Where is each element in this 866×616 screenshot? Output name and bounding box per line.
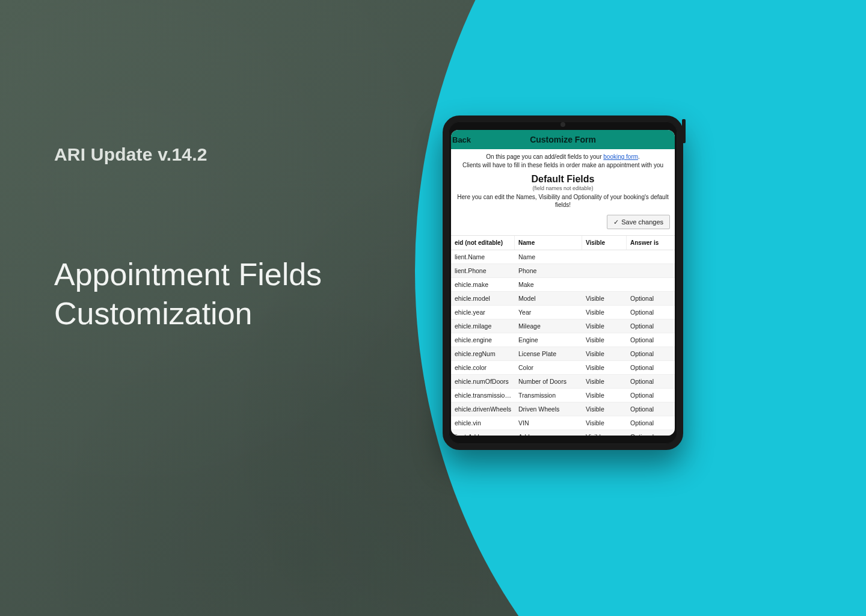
back-button-label: Back — [452, 135, 471, 144]
cell-id: ehicle.make — [451, 278, 515, 291]
cell-answer: Optional — [627, 361, 675, 374]
cell-answer: Optional — [627, 416, 675, 430]
save-button-label: Save changes — [621, 218, 663, 226]
cell-name: VIN — [515, 416, 582, 430]
cell-visible: Visible — [582, 292, 627, 305]
cell-visible: Visible — [582, 319, 627, 333]
check-icon: ✓ — [613, 219, 619, 226]
tablet-power-button — [682, 119, 686, 143]
cell-visible: Visible — [582, 402, 627, 416]
cell-visible: Visible — [582, 416, 627, 430]
table-row[interactable]: ehicle.milageMileageVisibleOptional — [451, 319, 675, 333]
cell-id: lient.Phone — [451, 264, 515, 277]
cell-id: ehicle.drivenWheels — [451, 402, 515, 416]
save-changes-button[interactable]: ✓ Save changes — [607, 215, 670, 229]
cell-answer: Optional — [627, 389, 675, 402]
back-button[interactable]: Back — [452, 130, 471, 149]
cell-name: Year — [515, 306, 582, 319]
table-row[interactable]: ehicle.yearYearVisibleOptional — [451, 306, 675, 319]
table-row[interactable]: ehicle.engineEngineVisibleOptional — [451, 333, 675, 347]
col-header-name: Name — [515, 236, 582, 250]
cell-answer: Optional — [627, 333, 675, 346]
cell-name: Address — [515, 430, 582, 436]
table-row[interactable]: lient.NameName — [451, 250, 675, 264]
intro-suffix: . — [638, 153, 640, 160]
cell-name: Color — [515, 361, 582, 374]
cell-answer: Optional — [627, 292, 675, 305]
cell-id: lient.Name — [451, 250, 515, 263]
save-row: ✓ Save changes — [451, 214, 675, 235]
cell-visible: Visible — [582, 430, 627, 436]
intro-prefix: On this page you can add/edit fields to … — [486, 153, 603, 160]
section-subtitle: (field names not editable) — [451, 185, 675, 191]
tablet-device-frame: Back Customize Form On this page you can… — [443, 116, 683, 450]
table-header: eid (not editable) Name Visible Answer i… — [451, 235, 675, 250]
cell-name: Driven Wheels — [515, 402, 582, 416]
intro-line2: Clients will have to fill in these field… — [462, 162, 663, 168]
table-row[interactable]: ehicle.makeMake — [451, 278, 675, 292]
table-row[interactable]: ehicle.drivenWheelsDriven WheelsVisibleO… — [451, 402, 675, 416]
cell-visible — [582, 268, 627, 274]
col-header-id: eid (not editable) — [451, 236, 515, 250]
fields-table: eid (not editable) Name Visible Answer i… — [451, 235, 675, 436]
cell-name: License Plate — [515, 347, 582, 360]
page-title-line2: Customization — [54, 296, 252, 331]
intro-text: On this page you can add/edit fields to … — [451, 149, 675, 171]
cell-answer: Optional — [627, 347, 675, 360]
cell-id: ehicle.milage — [451, 319, 515, 333]
cell-visible: Visible — [582, 361, 627, 374]
cell-answer: Optional — [627, 319, 675, 333]
cell-visible — [582, 282, 627, 288]
cell-answer — [627, 268, 675, 274]
cell-id: ehicle.model — [451, 292, 515, 305]
booking-form-link[interactable]: booking form — [603, 153, 638, 160]
page-subtitle: ARI Update v.14.2 — [54, 144, 322, 165]
cell-id: ehicle.color — [451, 361, 515, 374]
cell-name: Transmission — [515, 389, 582, 402]
cell-name: Make — [515, 278, 582, 291]
cell-id: ehicle.year — [451, 306, 515, 319]
cell-name: Mileage — [515, 319, 582, 333]
page-title-line1: Appointment Fields — [54, 257, 322, 292]
cell-answer — [627, 282, 675, 288]
table-row[interactable]: ehicle.modelModelVisibleOptional — [451, 292, 675, 306]
cell-answer: Optional — [627, 306, 675, 319]
table-row[interactable]: ehicle.vinVINVisibleOptional — [451, 416, 675, 430]
cell-name: Name — [515, 250, 582, 263]
cell-answer — [627, 254, 675, 260]
cell-id: ehicle.transmission... — [451, 389, 515, 402]
cell-id: ehicle.vin — [451, 416, 515, 430]
cell-name: Engine — [515, 333, 582, 346]
cell-id: lient.Address — [451, 430, 515, 436]
cell-answer: Optional — [627, 430, 675, 436]
tablet-screen: Back Customize Form On this page you can… — [451, 130, 675, 436]
table-row[interactable]: ehicle.regNumLicense PlateVisibleOptiona… — [451, 347, 675, 361]
cell-name: Model — [515, 292, 582, 305]
section-title: Default Fields — [451, 174, 675, 185]
cell-id: ehicle.regNum — [451, 347, 515, 360]
table-row[interactable]: lient.PhonePhone — [451, 264, 675, 278]
col-header-visible: Visible — [582, 236, 627, 250]
cell-name: Phone — [515, 264, 582, 277]
cell-id: ehicle.numOfDoors — [451, 375, 515, 388]
table-body: lient.NameNamelient.PhonePhoneehicle.mak… — [451, 250, 675, 436]
cell-id: ehicle.engine — [451, 333, 515, 346]
cell-visible: Visible — [582, 347, 627, 360]
cell-answer: Optional — [627, 375, 675, 388]
table-row[interactable]: ehicle.transmission...TransmissionVisibl… — [451, 389, 675, 402]
col-header-answer: Answer is — [627, 236, 675, 250]
cell-visible: Visible — [582, 333, 627, 346]
table-row[interactable]: lient.AddressAddressVisibleOptional — [451, 430, 675, 436]
cell-answer: Optional — [627, 402, 675, 416]
app-header: Back Customize Form — [451, 130, 675, 149]
table-row[interactable]: ehicle.numOfDoorsNumber of DoorsVisibleO… — [451, 375, 675, 389]
app-header-title: Customize Form — [530, 135, 596, 144]
cell-visible: Visible — [582, 375, 627, 388]
cell-visible: Visible — [582, 389, 627, 402]
page-title: Appointment Fields Customization — [54, 255, 322, 333]
table-row[interactable]: ehicle.colorColorVisibleOptional — [451, 361, 675, 375]
cell-name: Number of Doors — [515, 375, 582, 388]
cell-visible: Visible — [582, 306, 627, 319]
section-description: Here you can edit the Names, Visibility … — [451, 191, 675, 214]
headline-block: ARI Update v.14.2 Appointment Fields Cus… — [54, 144, 322, 333]
